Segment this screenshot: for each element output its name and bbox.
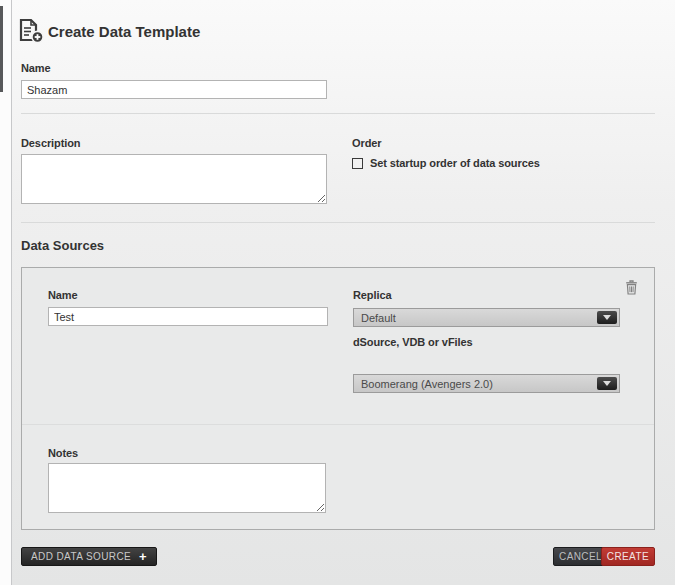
startup-order-checkbox[interactable]	[352, 158, 363, 169]
ds-inner-divider	[22, 424, 654, 425]
dsource-dropdown[interactable]: Boomerang (Avengers 2.0)	[353, 374, 620, 393]
dsource-dropdown-arrow-button[interactable]	[597, 377, 617, 390]
plus-icon: +	[139, 550, 147, 563]
replica-label: Replica	[353, 289, 391, 301]
divider-1	[21, 113, 655, 114]
name-input[interactable]	[21, 80, 327, 99]
cancel-button[interactable]: CANCEL	[553, 547, 608, 566]
window-edge-artifact	[0, 6, 3, 92]
add-data-source-button[interactable]: ADD DATA SOURCE +	[21, 547, 157, 566]
name-label: Name	[21, 62, 51, 74]
startup-order-checkbox-label: Set startup order of data sources	[370, 157, 540, 169]
page-title: Create Data Template	[48, 23, 200, 40]
description-textarea[interactable]	[21, 154, 327, 204]
notes-label: Notes	[48, 447, 78, 459]
create-template-icon	[17, 18, 44, 48]
divider-2	[21, 222, 655, 223]
notes-textarea[interactable]	[48, 463, 326, 513]
replica-selected-value: Default	[361, 312, 396, 324]
ds-name-label: Name	[48, 289, 78, 301]
data-source-card: Name Replica Default dSource, VDB or vFi…	[21, 267, 655, 530]
replica-dropdown-arrow-button[interactable]	[597, 311, 617, 324]
startup-order-checkbox-row[interactable]: Set startup order of data sources	[352, 157, 540, 169]
description-label: Description	[21, 137, 80, 149]
create-button-label: CREATE	[607, 551, 649, 562]
dsource-label: dSource, VDB or vFiles	[353, 336, 472, 348]
order-label: Order	[352, 137, 381, 149]
delete-data-source-button[interactable]	[625, 280, 638, 299]
add-data-source-label: ADD DATA SOURCE	[31, 551, 131, 562]
replica-dropdown[interactable]: Default	[353, 308, 620, 327]
chevron-down-icon	[603, 381, 611, 386]
data-sources-heading: Data Sources	[21, 238, 104, 253]
dsource-selected-value: Boomerang (Avengers 2.0)	[361, 378, 493, 390]
chevron-down-icon	[603, 315, 611, 320]
ds-name-input[interactable]	[48, 307, 328, 326]
create-button[interactable]: CREATE	[601, 547, 655, 566]
cancel-button-label: CANCEL	[559, 551, 602, 562]
